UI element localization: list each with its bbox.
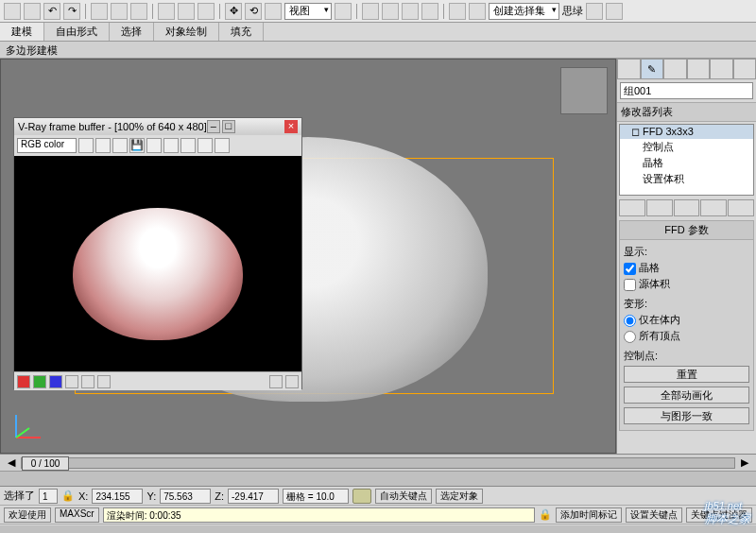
vfb-button[interactable]: [95, 138, 111, 153]
in-volume-radio[interactable]: 仅在体内: [624, 312, 749, 328]
timeline-thumb[interactable]: 0 / 100: [22, 456, 69, 471]
tool-button[interactable]: [449, 3, 466, 20]
modifier-sub[interactable]: 控制点: [620, 139, 753, 155]
viewcube[interactable]: [560, 67, 608, 114]
channel-dropdown[interactable]: RGB color: [17, 138, 77, 153]
configure-button[interactable]: [728, 199, 754, 216]
create-tab[interactable]: [617, 59, 641, 79]
x-field[interactable]: 234.155: [92, 489, 143, 504]
hierarchy-tab[interactable]: [663, 59, 687, 79]
vfb-button[interactable]: [78, 138, 94, 153]
time-slider: ◀ 0 / 100 ▶: [0, 454, 756, 471]
tool-button[interactable]: [4, 3, 21, 20]
lock-icon[interactable]: 🔒: [539, 508, 552, 521]
tool-button[interactable]: [469, 3, 486, 20]
maxscript-button[interactable]: MAXScr: [55, 507, 99, 523]
reset-button[interactable]: 重置: [624, 366, 749, 383]
selected-object-dropdown[interactable]: 选定对象: [436, 489, 483, 504]
minimize-button[interactable]: –: [207, 120, 220, 133]
move-button[interactable]: ✥: [225, 3, 242, 20]
modifier-list-dropdown[interactable]: 修改器列表: [617, 102, 756, 122]
panel-tabs: ✎: [617, 59, 756, 79]
y-field[interactable]: 75.563: [160, 489, 211, 504]
display-tab[interactable]: [710, 59, 733, 79]
prev-frame-button[interactable]: ◀: [8, 456, 15, 469]
key-icon[interactable]: [352, 489, 371, 504]
tool-button[interactable]: [24, 3, 41, 20]
y-label: Y:: [146, 490, 156, 502]
tool-button[interactable]: [382, 3, 399, 20]
modifier-sub[interactable]: 设置体积: [620, 171, 753, 187]
show-result-button[interactable]: [646, 199, 673, 216]
redo-button[interactable]: ↷: [63, 3, 80, 20]
vfb-button[interactable]: [146, 138, 162, 153]
add-time-tag-button[interactable]: 添加时间标记: [556, 507, 622, 523]
object-name-field[interactable]: 组001: [620, 82, 753, 99]
save-icon[interactable]: 💾: [129, 138, 145, 153]
tool-button[interactable]: [606, 3, 623, 20]
conform-button[interactable]: 与图形一致: [624, 407, 749, 424]
utilities-tab[interactable]: [733, 59, 757, 79]
undo-button[interactable]: ↶: [43, 3, 60, 20]
tool-button[interactable]: [111, 3, 128, 20]
vfb-status-button[interactable]: [97, 375, 111, 388]
z-field[interactable]: -29.417: [228, 489, 279, 504]
tool-button[interactable]: [586, 3, 603, 20]
rollout-header[interactable]: FFD 参数: [620, 221, 753, 240]
lattice-checkbox[interactable]: 晶格: [624, 260, 749, 276]
blue-channel-button[interactable]: [49, 375, 62, 388]
vfb-status-button[interactable]: [285, 375, 299, 388]
animate-all-button[interactable]: 全部动画化: [624, 387, 749, 404]
vfb-status-button[interactable]: [65, 375, 78, 388]
auto-key-button[interactable]: 自动关键点: [375, 489, 432, 504]
next-frame-button[interactable]: ▶: [741, 456, 748, 469]
tool-button[interactable]: [130, 3, 147, 20]
tab-populate[interactable]: 填充: [219, 23, 264, 41]
remove-mod-button[interactable]: [700, 199, 727, 216]
tool-button[interactable]: [421, 3, 438, 20]
welcome-button[interactable]: 欢迎使用: [4, 507, 51, 523]
vfb-button[interactable]: [163, 138, 179, 153]
red-channel-button[interactable]: [17, 375, 30, 388]
motion-tab[interactable]: [687, 59, 711, 79]
close-button[interactable]: ×: [284, 120, 298, 133]
scale-button[interactable]: [265, 3, 282, 20]
tool-button[interactable]: [178, 3, 195, 20]
modifier-stack[interactable]: ◻ FFD 3x3x3 控制点 晶格 设置体积: [619, 124, 754, 196]
tab-select[interactable]: 选择: [110, 23, 154, 41]
lock-icon[interactable]: 🔒: [61, 490, 75, 502]
link-button[interactable]: [91, 3, 108, 20]
vfb-status-button[interactable]: [269, 375, 283, 388]
track-bar[interactable]: [0, 471, 756, 486]
vfb-button[interactable]: [215, 138, 230, 153]
all-verts-radio[interactable]: 所有顶点: [624, 328, 749, 344]
selection-set-dropdown[interactable]: 创建选择集: [489, 3, 559, 20]
vfb-button[interactable]: [180, 138, 196, 153]
timeline-slider[interactable]: 0 / 100: [21, 457, 735, 469]
tool-button[interactable]: [198, 3, 215, 20]
snap-button[interactable]: [362, 3, 379, 20]
unique-button[interactable]: [674, 199, 700, 216]
select-button[interactable]: [158, 3, 175, 20]
vfb-titlebar[interactable]: V-Ray frame buffer - [100% of 640 x 480]…: [14, 118, 301, 135]
set-key-button[interactable]: 设置关键点: [626, 507, 682, 523]
coord-dropdown[interactable]: 视图: [284, 3, 332, 20]
render-output[interactable]: [14, 156, 301, 371]
vfb-status-button[interactable]: [81, 375, 94, 388]
source-vol-checkbox[interactable]: 源体积: [624, 276, 749, 292]
modifier-sub[interactable]: 晶格: [620, 155, 753, 171]
tab-object-paint[interactable]: 对象绘制: [154, 23, 219, 41]
pin-stack-button[interactable]: [619, 199, 645, 216]
maximize-button[interactable]: □: [222, 120, 235, 133]
rotate-button[interactable]: ⟲: [245, 3, 262, 20]
tab-freeform[interactable]: 自由形式: [44, 23, 110, 41]
tool-button[interactable]: [335, 3, 352, 20]
tab-modeling[interactable]: 建模: [0, 23, 44, 41]
modifier-item[interactable]: ◻ FFD 3x3x3: [620, 125, 753, 139]
vfb-button[interactable]: [112, 138, 128, 153]
tool-button[interactable]: [402, 3, 419, 20]
vfb-button[interactable]: [198, 138, 213, 153]
x-label: X:: [78, 490, 88, 502]
green-channel-button[interactable]: [33, 375, 46, 388]
modify-tab[interactable]: ✎: [641, 59, 664, 79]
